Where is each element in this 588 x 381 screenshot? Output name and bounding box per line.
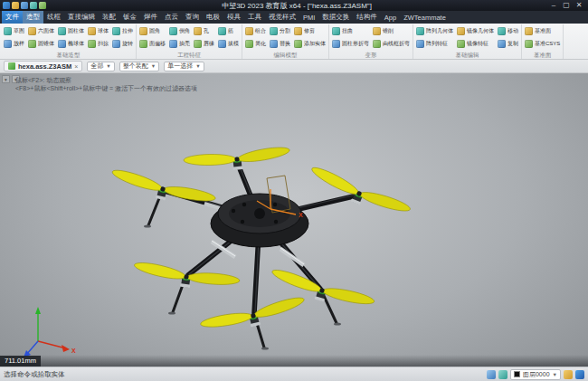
ribbon-button-replace[interactable]: 替换 bbox=[269, 38, 291, 51]
drone-3d-model[interactable]: X bbox=[109, 144, 413, 350]
ribbon-tab-6[interactable]: 焊件 bbox=[140, 11, 161, 24]
ribbon-tab-1[interactable]: 造型 bbox=[23, 11, 43, 24]
viewport-canvas[interactable]: X bbox=[0, 73, 588, 367]
view-mode-icon[interactable] bbox=[487, 370, 496, 379]
ribbon-tab-7[interactable]: 点云 bbox=[161, 11, 182, 24]
ribbon-button-box[interactable]: 六面体 bbox=[27, 24, 55, 37]
ribbon-button-shell[interactable]: 抽壳 bbox=[168, 38, 191, 51]
ellipsoid-icon bbox=[58, 40, 66, 48]
ribbon-button-cone[interactable]: 圆锥体 bbox=[27, 38, 55, 51]
ribbon-button-divide[interactable]: 分割 bbox=[269, 24, 291, 37]
ribbon-group-4: 阵列几何体阵列特征镜像几何体镜像特征移动复制基础编辑 bbox=[413, 24, 522, 59]
loft-icon bbox=[4, 40, 12, 48]
ribbon-button-wireframe-bend[interactable]: 由线框折弯 bbox=[372, 38, 411, 51]
viewport-3d[interactable]: ▾ ▾ 鼠标<F2>: 动态观察 <F8>+鼠标<Shift+roll>+鼠标中… bbox=[0, 73, 588, 367]
ribbon-button-simplify[interactable]: 简化 bbox=[244, 38, 267, 51]
ribbon-tab-11[interactable]: 工具 bbox=[244, 11, 265, 24]
ribbon-button-datum-plane[interactable]: 基准面 bbox=[524, 24, 561, 37]
pattern-geometry-icon bbox=[416, 27, 424, 35]
ribbon-button-ellipsoid[interactable]: 椭球体 bbox=[57, 38, 85, 51]
ribbon-tab-0[interactable]: 文件 bbox=[2, 11, 23, 24]
window-title: 中望3D 2023 教育版 x64 - ["hexa.ass.Z3ASM"] bbox=[46, 1, 547, 11]
close-button[interactable]: ✕ bbox=[573, 0, 585, 11]
ribbon-button-label: 抽壳 bbox=[179, 40, 190, 48]
ribbon-button-mirror-feature[interactable]: 镜像特征 bbox=[456, 38, 495, 51]
ribbon-tab-4[interactable]: 装配 bbox=[99, 11, 119, 24]
replace-icon bbox=[270, 40, 278, 48]
ribbon-tab-17[interactable]: ZWTeammate bbox=[400, 11, 450, 24]
ribbon-group-2: 组合简化分割替换修剪添加实体编辑模型 bbox=[242, 24, 329, 59]
ribbon-button-loft[interactable]: 放样 bbox=[3, 38, 25, 51]
ribbon-tab-9[interactable]: 电极 bbox=[203, 11, 223, 24]
ribbon-tab-10[interactable]: 模具 bbox=[223, 11, 244, 24]
save-icon[interactable] bbox=[21, 2, 28, 9]
ribbon-button-add-shape[interactable]: 添加实体 bbox=[293, 38, 327, 51]
ribbon: 草图放样六面体圆锥体圆柱体椭球体球体扫掠拉伸旋转基础造型圆角面偏移倒角抽壳孔唇缘… bbox=[0, 24, 588, 60]
ribbon-tab-14[interactable]: 数据交换 bbox=[318, 11, 353, 24]
copy-icon bbox=[498, 40, 506, 48]
ribbon-button-sphere[interactable]: 球体 bbox=[87, 24, 109, 37]
ribbon-button-hole[interactable]: 孔 bbox=[193, 24, 215, 37]
status-message: 选择命令或拾取实体 bbox=[4, 370, 484, 379]
ribbon-button-pattern-geometry[interactable]: 阵列几何体 bbox=[415, 24, 454, 37]
layer-manager-icon[interactable] bbox=[564, 370, 573, 379]
document-tab[interactable]: hexa.ass.Z3ASM × bbox=[4, 61, 82, 71]
ribbon-tab-2[interactable]: 线框 bbox=[43, 11, 64, 24]
ribbon-tab-3[interactable]: 直接编辑 bbox=[64, 11, 99, 24]
ribbon-group-5: 基准面基准CSYS基准面 bbox=[522, 24, 564, 59]
ribbon-button-mirror-geometry[interactable]: 镜像几何体 bbox=[456, 24, 495, 37]
snap-settings-icon[interactable] bbox=[498, 370, 507, 379]
ribbon-button-sweep[interactable]: 扫掠 bbox=[87, 38, 109, 51]
maximize-button[interactable]: ▢ bbox=[560, 0, 573, 11]
ribbon-button-revolve[interactable]: 旋转 bbox=[111, 38, 134, 51]
ribbon-button-label: 由线框折弯 bbox=[383, 40, 410, 48]
ribbon-button-combine[interactable]: 组合 bbox=[244, 24, 267, 37]
pattern-feature-icon bbox=[416, 40, 424, 48]
minimize-button[interactable]: – bbox=[547, 0, 560, 11]
ribbon-button-copy[interactable]: 复制 bbox=[497, 38, 519, 51]
entity-filter-combo[interactable]: 全部 ▼ bbox=[87, 62, 114, 71]
ribbon-button-label: 六面体 bbox=[38, 27, 54, 35]
ribbon-button-lip[interactable]: 唇缘 bbox=[193, 38, 215, 51]
ribbon-button-rib[interactable]: 筋 bbox=[217, 24, 240, 37]
ribbon-button-face-offset[interactable]: 面偏移 bbox=[138, 38, 166, 51]
ribbon-button-cylinder[interactable]: 圆柱体 bbox=[57, 24, 85, 37]
ribbon-button-label: 移动 bbox=[507, 27, 518, 35]
redo-icon[interactable] bbox=[39, 2, 46, 9]
rotor-top bbox=[183, 144, 291, 176]
ribbon-button-chamfer[interactable]: 倒角 bbox=[168, 24, 191, 37]
ribbon-tab-15[interactable]: 结构件 bbox=[353, 11, 381, 24]
scope-filter-combo[interactable]: 整个装配 ▼ bbox=[119, 62, 159, 71]
ribbon-button-datum-csys[interactable]: 基准CSYS bbox=[524, 38, 561, 51]
ribbon-tab-16[interactable]: App bbox=[381, 11, 400, 24]
ribbon-button-label: 圆角 bbox=[149, 27, 160, 35]
quick-access-toolbar bbox=[3, 2, 46, 9]
zw-assistant-icon[interactable] bbox=[575, 370, 584, 379]
ribbon-button-label: 添加实体 bbox=[304, 40, 326, 48]
view-triad: X bbox=[24, 307, 76, 357]
ribbon-button-pattern-feature[interactable]: 阵列特征 bbox=[415, 38, 454, 51]
document-close-icon[interactable]: × bbox=[74, 63, 78, 70]
layer-combo[interactable]: 图层0000 ▼ bbox=[510, 369, 561, 380]
ribbon-button-label: 草图 bbox=[14, 27, 24, 35]
ribbon-button-draft[interactable]: 拔模 bbox=[217, 38, 240, 51]
ribbon-button-cylindrical-bend[interactable]: 圆柱形折弯 bbox=[331, 38, 370, 51]
pick-mode-value: 单一选择 bbox=[167, 62, 193, 71]
pick-mode-combo[interactable]: 单一选择 ▼ bbox=[164, 62, 204, 71]
ribbon-tab-8[interactable]: 查询 bbox=[182, 11, 203, 24]
undo-icon[interactable] bbox=[30, 2, 37, 9]
ribbon-button-sketch[interactable]: 草图 bbox=[3, 24, 25, 37]
ribbon-button-trim[interactable]: 修剪 bbox=[293, 24, 327, 37]
ribbon-button-label: 放样 bbox=[14, 40, 24, 48]
ribbon-button-label: 修剪 bbox=[304, 27, 315, 35]
ribbon-button-move[interactable]: 移动 bbox=[497, 24, 519, 37]
ribbon-tab-5[interactable]: 钣金 bbox=[119, 11, 140, 24]
ribbon-button-twist[interactable]: 扭曲 bbox=[331, 24, 370, 37]
ribbon-tab-12[interactable]: 视觉样式 bbox=[265, 11, 299, 24]
open-file-icon[interactable] bbox=[12, 2, 19, 9]
ribbon-button-extrude[interactable]: 拉伸 bbox=[111, 24, 134, 37]
ribbon-button-taper[interactable]: 锥削 bbox=[372, 24, 411, 37]
rotor-upper-right bbox=[306, 164, 413, 224]
ribbon-button-fillet[interactable]: 圆角 bbox=[138, 24, 166, 37]
ribbon-tab-13[interactable]: PMI bbox=[299, 11, 318, 24]
